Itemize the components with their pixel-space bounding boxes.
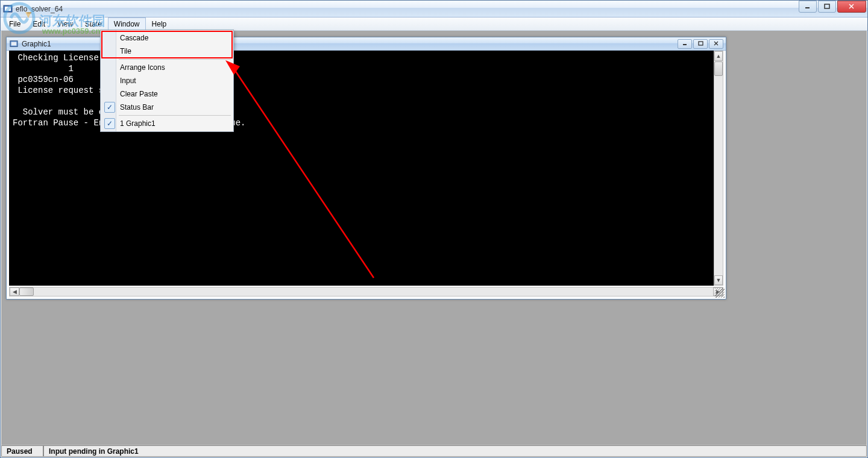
check-icon: ✓ (104, 102, 115, 113)
svg-rect-1 (5, 7, 11, 11)
close-button[interactable] (837, 1, 866, 13)
scroll-up-button[interactable]: ▲ (714, 51, 723, 61)
menu-item-1-graphic1[interactable]: ✓1 Graphic1 (102, 117, 232, 130)
child-window-icon (9, 39, 19, 49)
titlebar[interactable]: eflo_solver_64 (1, 1, 867, 17)
menu-item-label: Input (120, 77, 136, 85)
app-icon (3, 4, 13, 14)
menu-item-clear-paste[interactable]: Clear Paste (102, 87, 232, 101)
vertical-scroll-thumb[interactable] (714, 61, 723, 76)
menu-window[interactable]: Window (108, 17, 146, 30)
check-icon: ✓ (104, 118, 115, 129)
menu-item-label: Clear Paste (120, 90, 158, 98)
menu-file[interactable]: File (3, 17, 27, 30)
svg-rect-7 (11, 42, 17, 45)
svg-rect-9 (699, 42, 703, 45)
horizontal-scroll-thumb[interactable] (19, 287, 34, 296)
menubar: FileEditViewStateWindowHelp (1, 17, 867, 31)
minimize-button[interactable] (799, 1, 817, 13)
menu-item-tile[interactable]: Tile (102, 45, 232, 58)
size-grip[interactable] (715, 288, 725, 298)
menu-item-label: Tile (120, 47, 131, 55)
menu-separator (119, 115, 231, 116)
menu-item-status-bar[interactable]: ✓Status Bar (102, 101, 232, 114)
child-close-button[interactable] (709, 39, 723, 49)
window-menu-dropdown: CascadeTileArrange IconsInputClear Paste… (100, 30, 234, 132)
child-maximize-button[interactable] (693, 39, 708, 49)
menu-item-label: Cascade (120, 34, 148, 42)
menu-item-arrange-icons[interactable]: Arrange Icons (102, 61, 232, 74)
child-minimize-button[interactable] (678, 39, 692, 49)
menu-item-label: Status Bar (120, 103, 154, 111)
scroll-down-button[interactable]: ▼ (714, 275, 723, 285)
scroll-left-button[interactable]: ◀ (10, 287, 19, 296)
menu-separator (119, 59, 231, 60)
window-title: eflo_solver_64 (16, 5, 865, 13)
status-state: Paused (1, 445, 43, 457)
vertical-scrollbar[interactable]: ▲ ▼ (714, 51, 723, 286)
menu-view[interactable]: View (51, 17, 79, 30)
svg-rect-3 (825, 4, 829, 8)
menu-item-input[interactable]: Input (102, 74, 232, 87)
horizontal-scrollbar[interactable]: ◀ ▶ (9, 287, 723, 296)
maximize-button[interactable] (818, 1, 836, 13)
menu-edit[interactable]: Edit (27, 17, 51, 30)
status-message: Input pending in Graphic1 (43, 445, 867, 457)
menu-state[interactable]: State (79, 17, 108, 30)
menu-item-label: 1 Graphic1 (120, 119, 156, 128)
menu-item-cascade[interactable]: Cascade (102, 31, 232, 45)
menu-item-label: Arrange Icons (120, 63, 165, 72)
statusbar: Paused Input pending in Graphic1 (1, 445, 867, 457)
menu-help[interactable]: Help (146, 17, 173, 30)
